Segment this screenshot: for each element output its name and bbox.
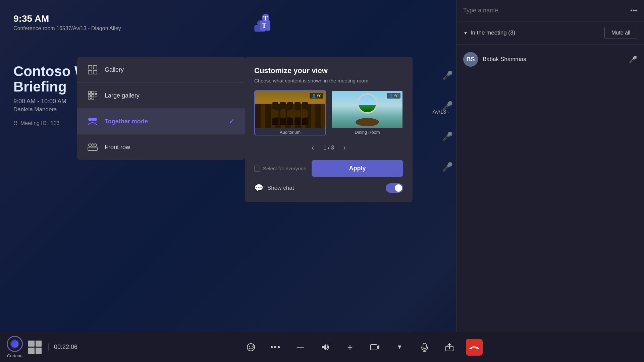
- teams-logo: T T: [252, 10, 275, 34]
- svg-rect-11: [92, 91, 94, 94]
- participant-mic-icon: 🎤: [629, 55, 637, 63]
- large-gallery-icon: [87, 90, 98, 101]
- svg-rect-12: [95, 91, 97, 94]
- svg-rect-8: [88, 70, 92, 74]
- scene-pagination: ‹ 1 / 3 ›: [254, 142, 403, 154]
- grid-dots-icon: ⠿: [13, 120, 18, 127]
- svg-rect-17: [92, 98, 94, 99]
- svg-point-23: [91, 144, 94, 146]
- large-gallery-label: Large gallery: [105, 92, 235, 99]
- gallery-icon: [87, 64, 98, 75]
- customize-title: Customize your view: [254, 66, 403, 75]
- svg-rect-6: [88, 65, 92, 69]
- pagination-next-button[interactable]: ›: [341, 142, 348, 154]
- microphone-button[interactable]: [416, 339, 433, 356]
- participant-avatar: BS: [463, 52, 478, 67]
- together-mode-label: Together mode: [105, 118, 222, 125]
- gallery-label: Gallery: [105, 66, 235, 73]
- action-row: Select for everyone Apply: [254, 160, 403, 177]
- together-mode-icon: [87, 116, 98, 127]
- cortana-label: Cortana: [7, 353, 22, 358]
- mic-icon-3: 🎤: [442, 131, 453, 142]
- cortana-button[interactable]: [7, 336, 23, 352]
- search-bar: •••: [457, 0, 644, 21]
- mute-all-button[interactable]: Mute all: [604, 27, 637, 39]
- svg-point-20: [94, 118, 97, 121]
- taskbar-center-controls: ••• — + ▼: [88, 339, 637, 356]
- av-text: Av/13 -: [433, 109, 449, 115]
- participant-search-input[interactable]: [463, 7, 627, 14]
- svg-rect-9: [93, 70, 97, 74]
- select-everyone-group: Select for everyone: [254, 166, 306, 172]
- taskbar: Cortana 00:22:06 ••• —: [0, 332, 644, 362]
- customize-panel: Customize your view Choose what content …: [245, 57, 413, 202]
- right-mic-icons: 🎤 🎤 🎤 🎤: [442, 70, 453, 172]
- svg-point-27: [252, 346, 253, 347]
- show-chat-label: Show chat: [267, 185, 382, 191]
- more-options-icon[interactable]: •••: [630, 7, 637, 14]
- mic-icon-4: 🎤: [442, 162, 453, 172]
- svg-rect-15: [95, 95, 97, 97]
- add-button[interactable]: +: [342, 339, 359, 356]
- pagination-prev-button[interactable]: ‹: [309, 142, 317, 154]
- participant-item: BS Babak Shammas 🎤: [463, 48, 637, 71]
- svg-point-26: [249, 346, 250, 347]
- svg-text:T: T: [262, 22, 266, 29]
- show-chat-toggle[interactable]: [386, 183, 403, 193]
- chat-icon: 💬: [254, 184, 263, 192]
- view-grid-button[interactable]: [28, 341, 42, 354]
- svg-rect-10: [88, 91, 91, 94]
- view-mode-together[interactable]: Together mode ✓: [77, 109, 245, 134]
- leave-quietly-button[interactable]: —: [292, 339, 309, 356]
- svg-rect-14: [92, 95, 94, 97]
- participant-area: BS Babak Shammas 🎤: [457, 45, 644, 74]
- auditorium-label: Auditorium: [255, 130, 325, 135]
- front-row-icon: [87, 142, 98, 153]
- end-call-button[interactable]: [466, 339, 483, 356]
- view-mode-large-gallery[interactable]: Large gallery: [77, 83, 245, 109]
- front-row-label: Front row: [105, 144, 235, 151]
- cortana-button-group: Cortana: [7, 336, 23, 358]
- select-everyone-label: Select for everyone: [263, 166, 306, 171]
- svg-rect-28: [371, 345, 377, 350]
- together-mode-checkmark: ✓: [229, 117, 235, 126]
- scene-auditorium[interactable]: 👤 50 Auditorium: [254, 90, 326, 135]
- camera-button[interactable]: [367, 339, 383, 356]
- svg-rect-21: [88, 147, 97, 150]
- pagination-info: 1 / 3: [323, 145, 334, 151]
- view-mode-front-row[interactable]: Front row: [77, 134, 245, 160]
- show-chat-row: 💬 Show chat: [254, 183, 403, 193]
- view-mode-gallery[interactable]: Gallery: [77, 57, 245, 83]
- in-meeting-header: ▼ In the meeting (3) Mute all: [457, 21, 644, 45]
- svg-point-24: [94, 144, 97, 146]
- meeting-info: 9:35 AM Conference room 16537/Av/13 - Di…: [13, 13, 121, 32]
- svg-rect-7: [93, 65, 97, 69]
- meeting-time: 9:35 AM: [13, 13, 121, 24]
- audio-button[interactable]: [317, 339, 334, 356]
- chevron-down-icon[interactable]: ▼: [463, 30, 468, 36]
- dining-room-label: Dining Room: [332, 130, 402, 135]
- participant-name: Babak Shammas: [483, 56, 624, 63]
- svg-rect-13: [88, 95, 91, 97]
- select-everyone-checkbox[interactable]: [254, 166, 260, 172]
- cortana-icon: [10, 339, 19, 349]
- dining-room-badge: 👤 50: [387, 93, 400, 99]
- more-options-button[interactable]: •••: [267, 339, 284, 356]
- in-meeting-label: ▼ In the meeting (3): [463, 29, 515, 36]
- reactions-button[interactable]: [243, 339, 259, 356]
- svg-rect-29: [423, 343, 426, 349]
- meeting-room: Conference room 16537/Av/13 - Diagon All…: [13, 25, 121, 32]
- svg-point-22: [89, 144, 91, 146]
- svg-rect-16: [88, 98, 91, 99]
- view-mode-menu: Gallery Large gallery: [77, 57, 245, 160]
- camera-chevron-button[interactable]: ▼: [391, 339, 408, 356]
- share-button[interactable]: [441, 339, 458, 356]
- mic-icon-1: 🎤: [442, 70, 453, 81]
- meeting-timer: 00:22:06: [48, 344, 77, 351]
- right-panel: ••• ▼ In the meeting (3) Mute all BS Bab…: [456, 0, 644, 362]
- customize-subtitle: Choose what content is shown in the meet…: [254, 78, 403, 83]
- scene-dining-room[interactable]: 👤 50 Dining Room: [331, 90, 403, 135]
- scenes-row: 👤 50 Auditorium 👤 50 Dining Room: [254, 90, 403, 135]
- apply-button[interactable]: Apply: [312, 160, 403, 177]
- auditorium-badge: 👤 50: [310, 93, 323, 99]
